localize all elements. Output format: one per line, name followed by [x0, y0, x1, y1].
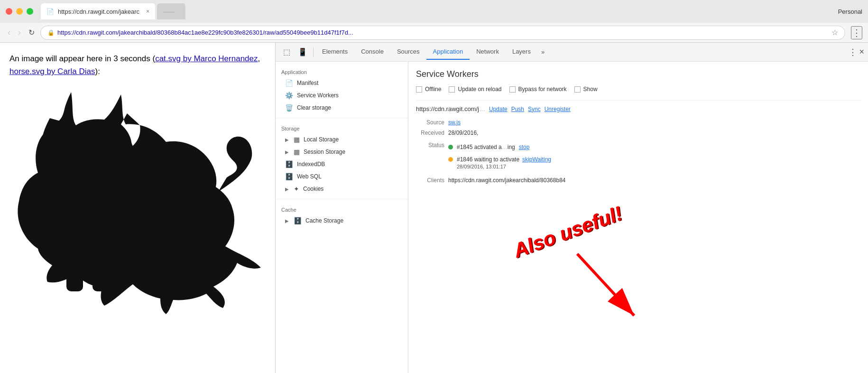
status-label: Status: [416, 142, 444, 171]
sidebar-item-session-storage[interactable]: ▶ ▦ Session Storage: [276, 146, 408, 158]
sidebar-item-manifest[interactable]: 📄 Manifest: [276, 77, 408, 89]
sidebar-item-web-sql-label: Web SQL: [297, 173, 322, 180]
update-on-reload-checkbox-label[interactable]: Update on reload: [449, 86, 501, 93]
offline-checkbox[interactable]: [416, 86, 422, 93]
source-file-link[interactable]: sw.js: [448, 119, 461, 126]
tab-console[interactable]: Console: [354, 44, 390, 60]
status-2-date: 28/09/2016, 13:01:17: [457, 164, 551, 169]
cat-svg-link[interactable]: cat.svg by Marco Hernandez: [155, 54, 258, 63]
sidebar-item-cookies[interactable]: ▶ ✦ Cookies: [276, 183, 408, 195]
sidebar-section-application: Application: [276, 65, 408, 77]
push-link[interactable]: Push: [511, 106, 524, 112]
device-tool-button[interactable]: 📱: [294, 46, 311, 58]
page-content: An image will appear here in 3 seconds (…: [0, 43, 275, 373]
skip-waiting-link[interactable]: skipWaiting: [522, 156, 551, 163]
unregister-link[interactable]: Unregister: [545, 106, 571, 112]
status-2-details: #1846 waiting to activate skipWaiting 28…: [457, 156, 551, 169]
received-label: Received: [416, 130, 444, 136]
back-button[interactable]: ‹: [6, 27, 12, 38]
text-after: ):: [95, 67, 100, 76]
close-button[interactable]: [6, 8, 12, 15]
svg-rect-4: [152, 253, 168, 289]
sidebar-item-cookies-label: Cookies: [303, 186, 323, 192]
sw-status-row: Status #1845 activated a…ing stop #1846 …: [416, 140, 860, 173]
update-on-reload-checkbox[interactable]: [449, 86, 455, 93]
tab-application[interactable]: Application: [426, 44, 470, 60]
url-text: https://cdn.rawgit.com/jakearchibald/803…: [57, 29, 829, 36]
sidebar-item-manifest-label: Manifest: [297, 80, 318, 86]
sidebar-item-session-storage-label: Session Storage: [304, 149, 345, 155]
page-icon: 📄: [46, 8, 54, 15]
profile-label: Personal: [838, 8, 862, 15]
horse-svg-link[interactable]: horse.svg by Carla Dias: [9, 67, 95, 76]
sidebar-item-indexeddb[interactable]: 🗄️ IndexedDB: [276, 158, 408, 170]
sidebar-item-local-storage[interactable]: ▶ ▦ Local Storage: [276, 133, 408, 146]
received-value: 28/09/2016,: [448, 130, 478, 136]
inactive-tab[interactable]: ——: [157, 3, 185, 19]
more-tabs-button[interactable]: »: [537, 47, 548, 57]
svg-rect-3: [92, 253, 109, 291]
active-tab[interactable]: 📄 https://cdn.rawgit.com/jakearc ×: [41, 3, 155, 19]
devtools-sidebar: Application 📄 Manifest ⚙️ Service Worker…: [276, 62, 408, 373]
sidebar-item-clear-storage-label: Clear storage: [297, 104, 331, 111]
devtools-body: Application 📄 Manifest ⚙️ Service Worker…: [276, 62, 868, 373]
sidebar-item-cache-storage[interactable]: ▶ 🗄️ Cache Storage: [276, 214, 408, 227]
devtools-close-button[interactable]: ×: [859, 47, 864, 57]
bypass-checkbox[interactable]: [509, 86, 516, 93]
show-label: Show: [583, 86, 598, 93]
browser-menu-button[interactable]: ⋮: [851, 26, 862, 39]
sw-source-row: Source sw.js: [416, 117, 860, 128]
cat-image: [9, 83, 266, 315]
traffic-lights: [6, 8, 33, 15]
link-separator: ,: [258, 54, 260, 63]
text-before: An image will appear here in 3 seconds (: [9, 54, 155, 63]
devtools-actions: ⋮ ×: [849, 47, 864, 57]
show-checkbox-label[interactable]: Show: [574, 86, 598, 93]
annotation-arrow: [568, 244, 653, 330]
bypass-label: Bypass for network: [518, 86, 567, 93]
manifest-icon: 📄: [285, 79, 293, 87]
stop-link[interactable]: stop: [519, 144, 530, 150]
sync-link[interactable]: Sync: [528, 106, 541, 112]
bypass-checkbox-label[interactable]: Bypass for network: [509, 86, 567, 93]
cursor-tool-button[interactable]: ⬚: [279, 46, 294, 58]
update-link[interactable]: Update: [489, 106, 508, 112]
web-sql-icon: 🗄️: [285, 173, 293, 180]
tab-url: https://cdn.rawgit.com/jakearc: [58, 8, 139, 15]
sidebar-item-service-workers[interactable]: ⚙️ Service Workers: [276, 89, 408, 102]
svg-point-1: [59, 123, 135, 194]
sidebar-divider-1: [276, 118, 408, 118]
tab-placeholder: ——: [163, 8, 175, 15]
tab-elements[interactable]: Elements: [315, 44, 354, 60]
sidebar-divider-2: [276, 199, 408, 199]
devtools-tabs: Elements Console Sources Application Net…: [315, 44, 849, 60]
tab-sources[interactable]: Sources: [390, 44, 426, 60]
clients-label: Clients: [416, 177, 444, 184]
devtools-panel: ⬚ 📱 Elements Console Sources Application…: [275, 43, 868, 373]
indexeddb-icon: 🗄️: [285, 160, 293, 168]
sidebar-item-clear-storage[interactable]: 🗑️ Clear storage: [276, 102, 408, 114]
panel-title: Service Workers: [416, 69, 860, 79]
devtools-menu-button[interactable]: ⋮: [849, 47, 857, 57]
also-useful-annotation: Also useful!: [510, 202, 625, 262]
tab-close-button[interactable]: ×: [146, 8, 149, 15]
bookmark-icon[interactable]: ☆: [831, 28, 838, 37]
offline-checkbox-label[interactable]: Offline: [416, 86, 441, 93]
expand-arrow-cookies: ▶: [285, 186, 289, 192]
expand-arrow-cache-storage: ▶: [285, 218, 289, 224]
cookies-icon: ✦: [294, 185, 299, 193]
sidebar-item-web-sql[interactable]: 🗄️ Web SQL: [276, 170, 408, 183]
svg-rect-2: [66, 253, 83, 291]
maximize-button[interactable]: [27, 8, 33, 15]
address-bar[interactable]: 🔒 https://cdn.rawgit.com/jakearchibald/8…: [40, 26, 845, 40]
minimize-button[interactable]: [16, 8, 23, 15]
sidebar-section-cache: Cache: [276, 203, 408, 214]
tab-layers[interactable]: Layers: [506, 44, 537, 60]
expand-arrow-session-storage: ▶: [285, 149, 289, 155]
sidebar-item-cache-storage-label: Cache Storage: [305, 217, 343, 224]
show-checkbox[interactable]: [574, 86, 581, 93]
source-label: Source: [416, 119, 444, 126]
forward-button[interactable]: ›: [16, 27, 23, 38]
tab-network[interactable]: Network: [470, 44, 506, 60]
reload-button[interactable]: ↻: [27, 27, 37, 38]
